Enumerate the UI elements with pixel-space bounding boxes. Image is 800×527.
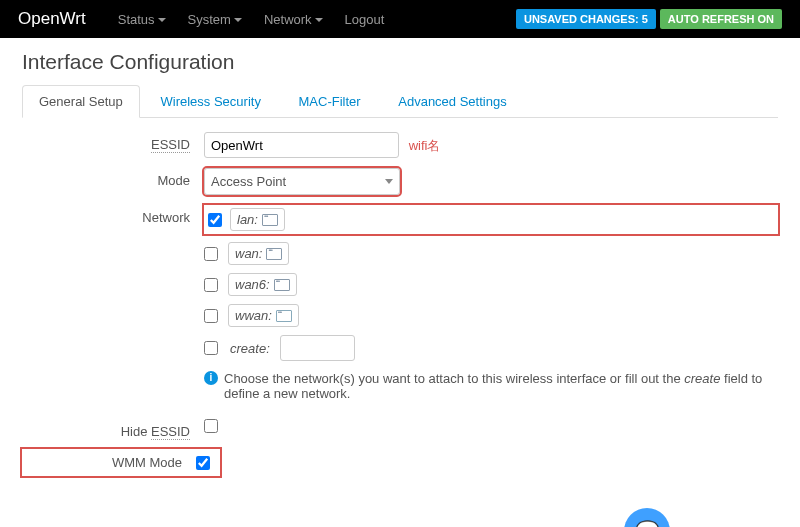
- wmm-label: WMM Mode: [112, 455, 182, 470]
- row-mode: Mode Access Point: [22, 168, 778, 195]
- tab-mac-filter[interactable]: MAC-Filter: [282, 85, 378, 118]
- network-wan-checkbox[interactable]: [204, 247, 218, 261]
- ethernet-icon: [262, 214, 278, 226]
- network-wwan-checkbox[interactable]: [204, 309, 218, 323]
- caret-icon: [234, 18, 242, 22]
- wireless-icon: [276, 310, 292, 322]
- network-label: Network: [22, 205, 204, 225]
- essid-annotation: wifi名: [409, 138, 441, 153]
- caret-icon: [315, 18, 323, 22]
- wmm-checkbox[interactable]: [196, 456, 210, 470]
- nav-system[interactable]: System: [178, 4, 252, 35]
- tab-wireless-security[interactable]: Wireless Security: [143, 85, 277, 118]
- network-wan6-label: wan6:: [228, 273, 297, 296]
- tab-general-setup[interactable]: General Setup: [22, 85, 140, 118]
- network-create-input[interactable]: [280, 335, 355, 361]
- ethernet-icon: [274, 279, 290, 291]
- mode-select-value: Access Point: [211, 174, 286, 189]
- nav-status[interactable]: Status: [108, 4, 176, 35]
- tab-advanced-settings[interactable]: Advanced Settings: [381, 85, 523, 118]
- network-options: lan: wan: wan6: wwan: create:: [204, 205, 778, 361]
- mode-label: Mode: [22, 168, 204, 188]
- main-container: Interface Configuration General Setup Wi…: [0, 38, 800, 488]
- navbar: OpenWrt Status System Network Logout UNS…: [0, 0, 800, 38]
- ethernet-icon: [266, 248, 282, 260]
- nav-logout[interactable]: Logout: [335, 4, 395, 35]
- info-icon: i: [204, 371, 218, 385]
- mode-select[interactable]: Access Point: [204, 168, 400, 195]
- hide-essid-checkbox[interactable]: [204, 419, 218, 433]
- hide-essid-label: Hide ESSID: [22, 419, 204, 439]
- chevron-down-icon: [385, 179, 393, 184]
- network-create-label: create:: [230, 341, 270, 356]
- page-title: Interface Configuration: [22, 50, 778, 74]
- brand: OpenWrt: [18, 9, 86, 29]
- nav-right: UNSAVED CHANGES: 5 AUTO REFRESH ON: [516, 9, 782, 29]
- network-create-checkbox[interactable]: [204, 341, 218, 355]
- nav-network[interactable]: Network: [254, 4, 333, 35]
- network-lan-checkbox[interactable]: [208, 213, 222, 227]
- unsaved-changes-badge[interactable]: UNSAVED CHANGES: 5: [516, 9, 656, 29]
- tabs: General Setup Wireless Security MAC-Filt…: [22, 84, 778, 118]
- network-lan-label: lan:: [230, 208, 285, 231]
- caret-icon: [158, 18, 166, 22]
- essid-label: ESSID: [22, 132, 204, 152]
- network-help: i Choose the network(s) you want to atta…: [204, 371, 778, 401]
- row-essid: ESSID wifi名: [22, 132, 778, 158]
- network-wwan-label: wwan:: [228, 304, 299, 327]
- row-network: Network lan: wan: wan6: wwan:: [22, 205, 778, 361]
- essid-input[interactable]: [204, 132, 399, 158]
- watermark-logo-icon: [624, 508, 670, 527]
- network-wan6-checkbox[interactable]: [204, 278, 218, 292]
- auto-refresh-badge[interactable]: AUTO REFRESH ON: [660, 9, 782, 29]
- network-wan-label: wan:: [228, 242, 289, 265]
- nav-menu: Status System Network Logout: [108, 4, 395, 35]
- row-hide-essid: Hide ESSID: [22, 419, 778, 439]
